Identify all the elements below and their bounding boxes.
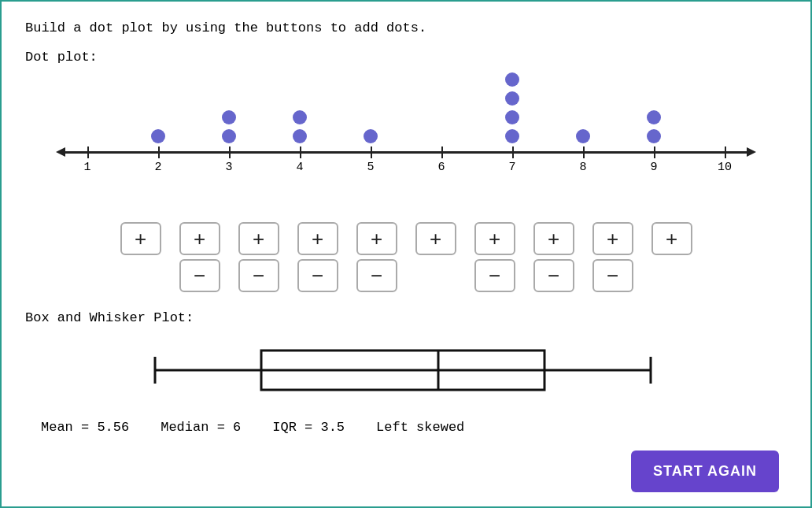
stat-median: Median = 6 [161,420,241,435]
plus-button-9[interactable]: + [592,222,633,255]
stats-row: Mean = 5.56 Median = 6 IQR = 3.5 Left sk… [25,420,787,435]
btn-placeholder-6 [415,259,456,292]
dot-9-1 [647,110,661,124]
tick-5 [371,146,372,158]
dotplot-area: 12345678910 [64,72,748,214]
tick-1 [87,146,89,158]
tick-3 [229,146,231,158]
tick-label-6: 6 [437,161,445,174]
minus-button-2[interactable]: − [179,259,220,292]
stat-skew: Left skewed [376,420,464,435]
btn-placeholder-1 [120,259,161,292]
buttons-row: ++−+−+−+−++−+−+−+ [25,222,787,296]
tick-10 [725,146,726,158]
minus-button-5[interactable]: − [356,259,397,292]
bwp-section: Box and Whisker Plot: [25,310,787,406]
minus-button-8[interactable]: − [533,259,574,292]
tick-label-1: 1 [83,161,90,174]
tick-9 [654,146,655,158]
plus-button-7[interactable]: + [474,222,515,255]
btn-col-6: + [406,222,465,296]
plus-button-3[interactable]: + [238,222,279,255]
start-again-button[interactable]: START AGAIN [631,451,779,492]
dot-4-1 [293,110,307,124]
btn-col-8: +− [524,222,583,296]
dot-8-0 [576,129,590,143]
btn-col-2: +− [170,222,229,296]
btn-col-5: +− [347,222,406,296]
dot-5-0 [364,129,378,143]
stat-mean: Mean = 5.56 [41,420,129,435]
btn-col-9: +− [583,222,642,296]
dot-7-0 [505,129,519,143]
bwp-label: Box and Whisker Plot: [25,310,787,325]
plus-button-6[interactable]: + [415,222,456,255]
btn-placeholder-10 [651,259,692,292]
tick-8 [583,146,585,158]
minus-button-9[interactable]: − [592,259,633,292]
btn-col-10: + [642,222,701,296]
dot-9-0 [647,129,661,143]
number-line [64,151,748,154]
plus-button-4[interactable]: + [297,222,338,255]
tick-7 [512,146,514,158]
bwplot-svg [64,335,748,406]
dot-4-0 [293,129,307,143]
dotplot-label: Dot plot: [25,50,787,65]
dot-3-0 [222,129,236,143]
tick-2 [158,146,160,158]
tick-label-3: 3 [225,161,232,174]
tick-label-7: 7 [508,161,515,174]
dot-7-3 [505,72,519,87]
btn-col-1: + [111,222,170,296]
plus-button-1[interactable]: + [120,222,161,255]
minus-button-3[interactable]: − [238,259,279,292]
bwplot-container [64,335,748,406]
tick-label-8: 8 [579,161,586,174]
btn-col-3: +− [229,222,288,296]
dot-7-2 [505,91,519,106]
tick-6 [441,146,443,158]
tick-label-2: 2 [154,161,161,174]
dot-2-0 [151,129,165,143]
dot-3-1 [222,110,236,124]
plus-button-8[interactable]: + [533,222,574,255]
plus-button-10[interactable]: + [651,222,692,255]
minus-button-4[interactable]: − [297,259,338,292]
minus-button-7[interactable]: − [474,259,515,292]
tick-4 [300,146,301,158]
plus-button-5[interactable]: + [356,222,397,255]
stat-iqr: IQR = 3.5 [272,420,345,435]
tick-label-4: 4 [296,161,303,174]
tick-label-5: 5 [367,161,374,174]
dot-7-1 [505,110,519,124]
btn-col-7: +− [465,222,524,296]
plus-button-2[interactable]: + [179,222,220,255]
instruction-text: Build a dot plot by using the buttons to… [25,20,787,35]
tick-label-9: 9 [650,161,657,174]
btn-col-4: +− [288,222,347,296]
tick-label-10: 10 [718,161,732,174]
